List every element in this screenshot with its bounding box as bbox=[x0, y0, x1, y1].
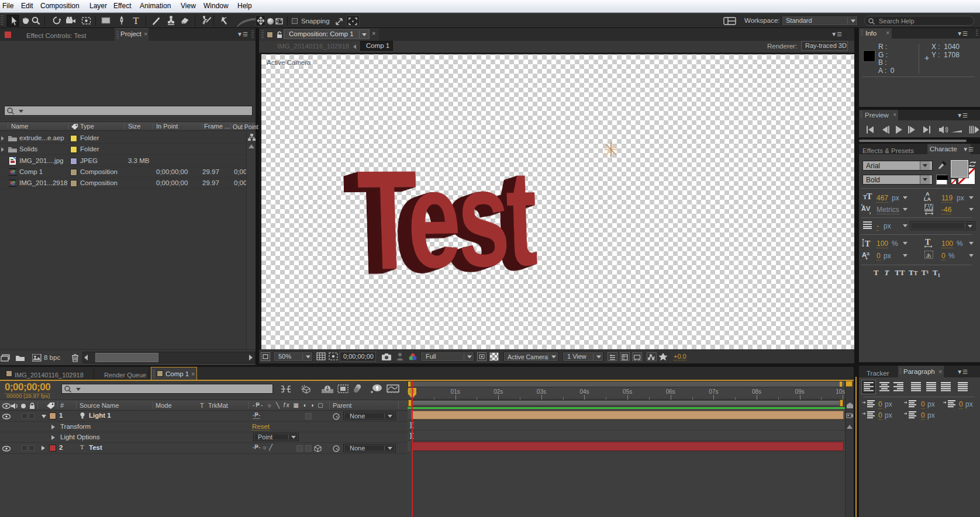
svg-text:A: A bbox=[862, 251, 867, 258]
svg-text:T: T bbox=[925, 238, 931, 247]
svg-text:a: a bbox=[867, 251, 869, 256]
svg-text:T: T bbox=[133, 15, 139, 26]
svg-text:ĹA: ĹA bbox=[924, 196, 931, 202]
svg-text:ÅV: ÅV bbox=[861, 205, 871, 212]
svg-text:T: T bbox=[865, 240, 871, 248]
svg-text:T: T bbox=[867, 192, 872, 200]
